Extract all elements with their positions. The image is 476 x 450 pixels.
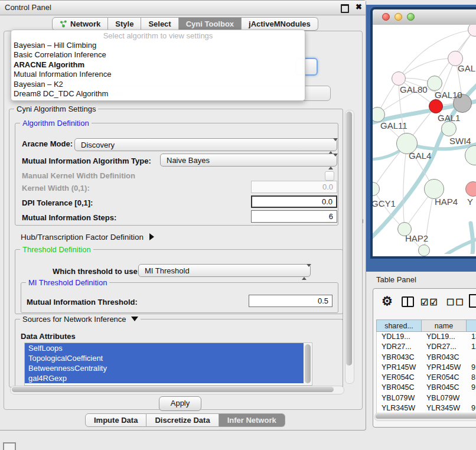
network-view-window[interactable]: GAL GAL80 GAL10 GAL1 GAL11 SWI4 GAL4 GCY…: [370, 7, 476, 259]
hub-definition-expander[interactable]: Hub/Transcription Factor Definition: [21, 233, 154, 242]
table-horizontal-scrollbar[interactable]: [374, 413, 476, 421]
algorithm-option[interactable]: Bayesian – K2: [11, 80, 305, 89]
close-icon[interactable]: ✖: [356, 2, 362, 11]
tab-network[interactable]: Network: [52, 17, 108, 31]
close-traffic-light[interactable]: [382, 13, 390, 21]
table-body: YDL19...YDL19...13 YDR27...YDR27...12 YB…: [376, 332, 476, 414]
mi-algorithm-type-combo[interactable]: Naive Bayes: [160, 154, 337, 167]
group-title: Cyni Algorithm Settings: [14, 105, 98, 113]
tab-discretize-data[interactable]: Discretize Data: [146, 413, 219, 427]
node-gal80[interactable]: [392, 71, 406, 86]
docked-panel-button[interactable]: [3, 442, 16, 450]
algorithm-dropdown-popup: Select algorithm to view settings Bayesi…: [11, 30, 305, 101]
kernel-width-label: Kernel Width (0,1):: [22, 184, 90, 193]
tab-label: Network: [70, 18, 100, 30]
control-panel-titlebar[interactable]: Control Panel ✖: [0, 1, 366, 15]
aracne-mode-combo[interactable]: Discovery: [74, 138, 337, 151]
table-row[interactable]: YLR345WYLR345W9.: [377, 403, 476, 413]
node-label: GAL80: [400, 84, 428, 94]
table-row[interactable]: YDL19...YDL19...13: [377, 332, 476, 342]
list-item[interactable]: gal4RGexp: [25, 373, 304, 383]
table-header-row: shared... name A: [376, 319, 476, 332]
tab-impute-data[interactable]: Impute Data: [85, 413, 146, 427]
panel-title: Control Panel: [5, 3, 51, 12]
node-gal1-selected[interactable]: [429, 99, 443, 113]
deselect-all-checks-icon[interactable]: ☐☐: [446, 297, 465, 308]
mi-type-label: Mutual Information Algorithm Type:: [22, 156, 151, 165]
group-title: Threshold Definition: [20, 245, 93, 254]
network-window-titlebar[interactable]: [373, 9, 476, 25]
select-all-checks-icon[interactable]: ☑☑: [420, 297, 439, 308]
table-row[interactable]: YBR045CYBR045C9.: [377, 383, 476, 393]
node-gal10[interactable]: [427, 76, 442, 91]
mi-threshold-field[interactable]: [249, 295, 332, 307]
node-label: GAL11: [380, 120, 407, 131]
mi-steps-field[interactable]: [251, 210, 337, 223]
node-label: GAL: [458, 63, 475, 73]
manual-kernel-checkbox[interactable]: [325, 171, 334, 181]
tab-infer-network[interactable]: Infer Network: [219, 413, 285, 427]
node-label: GAL4: [409, 151, 431, 161]
node-swi4[interactable]: [441, 121, 457, 136]
dpi-tolerance-field[interactable]: [251, 195, 337, 208]
maximize-traffic-light[interactable]: [407, 13, 415, 21]
which-threshold-combo[interactable]: MI Threshold: [138, 264, 311, 277]
node-label: GAL10: [435, 90, 462, 100]
list-scrollbar[interactable]: [304, 344, 311, 384]
node-hap4[interactable]: [424, 179, 444, 199]
which-threshold-label: Which threshold to use:: [53, 267, 140, 276]
list-item[interactable]: TopologicalCoefficient: [25, 353, 304, 363]
tab-cyni-toolbox[interactable]: Cyni Toolbox: [179, 17, 242, 31]
kernel-width-field[interactable]: [251, 181, 337, 193]
algorithm-option[interactable]: Bayesian – Hill Climbing: [11, 41, 305, 50]
document-icon[interactable]: [469, 294, 476, 308]
node-label: HAP4: [435, 197, 458, 207]
column-header[interactable]: A: [467, 320, 476, 331]
table-row[interactable]: YBL079WYBL079W: [377, 393, 476, 403]
tab-jactivemnodules[interactable]: jActiveMNodules: [242, 17, 318, 31]
algorithm-option[interactable]: Mutual Information Inference: [11, 70, 305, 79]
algorithm-option[interactable]: Dream8 DC_TDC Algorithm: [11, 89, 305, 99]
settings-vertical-scrollbar[interactable]: [345, 110, 354, 384]
combo-value: Discovery: [81, 141, 115, 149]
table-panel-title: Table Panel: [376, 275, 416, 284]
node-label: Y: [467, 197, 473, 207]
table-row[interactable]: YPR145WYPR145W9.: [377, 363, 476, 373]
apply-button[interactable]: Apply: [159, 396, 201, 411]
column-header[interactable]: shared...: [377, 320, 422, 331]
collapse-down-icon: [131, 317, 138, 321]
columns-icon[interactable]: [402, 296, 414, 307]
list-item[interactable]: BetweennessCentrality: [25, 363, 304, 373]
column-header[interactable]: name: [422, 320, 467, 331]
manual-kernel-label: Manual Kernel Width Definition: [22, 171, 135, 180]
node[interactable]: [418, 244, 430, 256]
gear-icon[interactable]: ⚙: [382, 294, 393, 308]
dpi-tolerance-label: DPI Tolerance [0,1]:: [22, 198, 93, 207]
settings-horizontal-scrollbar[interactable]: [10, 386, 344, 394]
tab-label: Select: [148, 18, 171, 30]
popup-prompt: Select algorithm to view settings: [11, 31, 305, 41]
list-item[interactable]: SelfLoops: [25, 343, 304, 353]
mi-steps-label: Mutual Information Steps:: [22, 213, 116, 222]
minimize-traffic-light[interactable]: [395, 13, 402, 21]
mi-threshold-label: Mutual Information Threshold:: [27, 298, 138, 306]
combo-value: MI Threshold: [145, 266, 190, 275]
network-desktop: GAL GAL80 GAL10 GAL1 GAL11 SWI4 GAL4 GCY…: [366, 5, 476, 272]
float-window-icon[interactable]: [341, 4, 349, 13]
table-row[interactable]: YER054CYER054C8.: [377, 373, 476, 383]
group-title: MI Threshold Definition: [26, 278, 109, 287]
table-row[interactable]: YBR043CYBR043C: [377, 353, 476, 363]
sources-group-title[interactable]: Sources for Network Inference: [20, 315, 141, 324]
tab-label: Style: [115, 18, 133, 30]
algorithm-option-selected[interactable]: ARACNE Algorithm: [11, 60, 305, 70]
tab-style[interactable]: Style: [108, 17, 141, 31]
network-icon: [60, 20, 67, 28]
table-row[interactable]: YDR27...YDR27...12: [377, 342, 476, 352]
tab-select[interactable]: Select: [141, 17, 178, 31]
table-panel-body: ⚙ ☑☑ ☐☐ shared... name A YDL19...YDL19..…: [373, 288, 476, 428]
algorithm-option[interactable]: Basic Correlation Inference: [11, 50, 305, 60]
stepper-icon: [328, 156, 332, 167]
network-canvas[interactable]: GAL GAL80 GAL10 GAL1 GAL11 SWI4 GAL4 GCY…: [373, 25, 476, 256]
hub-definition-label: Hub/Transcription Factor Definition: [21, 233, 144, 242]
node-table: shared... name A YDL19...YDL19...13 YDR2…: [376, 319, 476, 414]
